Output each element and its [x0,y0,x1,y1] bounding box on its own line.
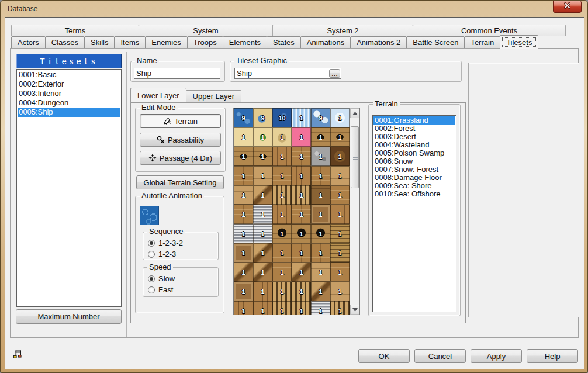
palette-tile[interactable]: 1 [234,147,253,166]
terrain-list-item[interactable]: 0010:Sea: Offshore [373,190,455,198]
palette-tile[interactable]: 1 [253,166,272,185]
palette-tile[interactable]: 1 [292,301,311,315]
browse-button[interactable]: ... [329,69,340,78]
1-2-3-radio[interactable]: 1-2-3 [143,248,218,260]
palette-tile[interactable]: 1 [253,301,272,315]
terrain-list-item[interactable]: 0006:Snow [373,157,455,165]
palette-tile[interactable]: 1 [311,147,330,166]
palette-tile[interactable]: 1 [253,243,272,263]
palette-tile[interactable]: 1 [234,243,253,263]
fast-radio[interactable]: Fast [143,284,218,295]
global-terrain-setting-button[interactable]: Global Terrain Setting [136,175,224,189]
palette-tile[interactable]: 1 [292,108,311,127]
tab-actors[interactable]: Actors [11,36,46,49]
terrain-list-item[interactable]: 0008:Damage Floor [373,174,455,182]
terrain-list-item[interactable]: 0009:Sea: Shore [373,182,455,190]
palette-tile[interactable]: 9 [253,108,272,127]
tileset-list-item[interactable]: 0003:Interior [18,89,120,98]
palette-tile[interactable]: 1 [292,224,311,243]
palette-tile[interactable]: 1 [330,224,350,243]
maximum-number-button[interactable]: Maximum Number [16,309,122,324]
tab-enemies[interactable]: Enemies [145,36,188,49]
palette-tile[interactable]: 1 [311,282,330,301]
passability-mode-button[interactable]: Passability [140,133,221,147]
palette-tile[interactable]: 1 [253,127,272,147]
name-input[interactable]: Ship [134,68,220,79]
tab-classes[interactable]: Classes [45,36,85,49]
palette-tile[interactable]: 1 [311,263,330,282]
slow-radio[interactable]: Slow [143,273,218,284]
terrain-list-item[interactable]: 0001:Grassland [373,116,455,125]
1-2-3-2-radio[interactable]: 1-2-3-2 [143,237,218,248]
palette-tile[interactable]: 1 [272,127,292,147]
scroll-up-button[interactable] [350,108,359,118]
tab-items[interactable]: Items [114,36,146,49]
scrollbar-thumb[interactable] [351,126,359,188]
terrain-list-item[interactable]: 0005:Poison Swamp [373,149,455,157]
palette-tile[interactable]: 1 [234,224,253,243]
palette-tile[interactable]: 1 [272,147,292,166]
palette-tile[interactable]: 1 [330,185,350,205]
palette-tile[interactable]: 1 [272,243,292,263]
tab-terms[interactable]: Terms [11,25,139,36]
palette-tile[interactable]: 1 [330,263,350,282]
palette-tile[interactable]: 1 [311,301,330,315]
palette-tile[interactable]: 1 [253,185,272,205]
tileset-list-item[interactable]: 0004:Dungeon [18,98,120,108]
palette-tile[interactable]: 1 [330,147,350,166]
cancel-button[interactable]: Cancel [414,349,466,363]
scroll-down-button[interactable] [350,305,359,315]
terrain-list-item[interactable]: 0007:Snow: Forest [373,165,455,174]
music-note-icon[interactable] [13,349,23,361]
palette-tile[interactable]: 1 [253,205,272,224]
palette-tile[interactable]: 1 [311,243,330,263]
terrain-list[interactable]: 0001:Grassland0002:Forest0003:Desert0004… [372,115,456,312]
tileset-list-item[interactable]: 0001:Basic [18,70,120,80]
tileset-list-item[interactable]: 0005:Ship [18,108,120,117]
palette-tile[interactable]: 1 [272,185,292,205]
tab-system-2[interactable]: System 2 [272,25,413,36]
tab-tilesets[interactable]: Tilesets [500,35,538,49]
palette-tile[interactable]: 1 [311,205,330,224]
apply-button[interactable]: Apply [471,349,522,363]
palette-tile[interactable]: 1 [272,263,292,282]
palette-tile[interactable]: 1 [311,185,330,205]
palette-tile[interactable]: 1 [330,166,350,185]
palette-tile[interactable]: 1 [311,127,330,147]
scrollbar-track[interactable] [350,118,359,305]
palette-tile[interactable]: 1 [272,301,292,315]
terrain-list-item[interactable]: 0003:Desert [373,133,455,141]
palette-tile[interactable]: 1 [292,282,311,301]
palette-tile[interactable]: 1 [272,282,292,301]
tab-animations-2[interactable]: Animations 2 [350,36,407,49]
ok-button[interactable]: OK [358,349,410,363]
palette-tile[interactable]: 1 [272,205,292,224]
palette-tile[interactable]: 1 [292,127,311,147]
tab-terrain[interactable]: Terrain [464,36,500,49]
terrain-list-item[interactable]: 0004:Wasteland [373,141,455,149]
passage-4-dir-mode-button[interactable]: Passage (4 Dir) [140,151,221,165]
palette-tile[interactable]: 1 [292,263,311,282]
palette-tile[interactable]: 1 [253,224,272,243]
tab-skills[interactable]: Skills [84,36,115,49]
terrain-mode-button[interactable]: Terrain [140,114,221,128]
palette-tile[interactable]: 1 [330,108,350,127]
palette-tile[interactable]: 1 [272,166,292,185]
palette-tile[interactable]: 1 [253,147,272,166]
palette-tile[interactable]: 1 [272,224,292,243]
help-button[interactable]: Help [527,349,578,363]
palette-tile[interactable]: 9 [311,108,330,127]
palette-tile[interactable]: 1 [292,243,311,263]
palette-tile[interactable]: 1 [292,166,311,185]
palette-tile[interactable]: 1 [234,263,253,282]
palette-tile[interactable]: 1 [234,301,253,315]
tab-troops[interactable]: Troops [187,36,223,49]
palette-tile[interactable]: 1 [253,282,272,301]
palette-tile[interactable]: 1 [253,263,272,282]
palette-tile[interactable]: 1 [292,205,311,224]
tab-system[interactable]: System [139,25,273,36]
palette-tile[interactable]: 1 [234,127,253,147]
palette-tile[interactable]: 1 [330,301,350,315]
palette-tile[interactable]: 1 [311,224,330,243]
tileset-list-item[interactable]: 0002:Exterior [18,80,120,89]
